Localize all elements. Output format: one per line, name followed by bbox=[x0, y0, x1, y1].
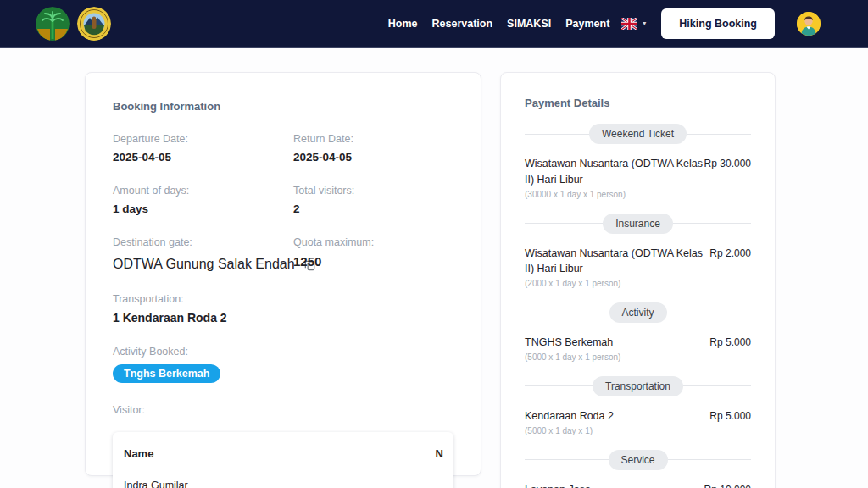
nav-link-home[interactable]: Home bbox=[388, 18, 418, 30]
nav-link-reservation[interactable]: Reservation bbox=[432, 18, 493, 30]
field-label: Total visitors: bbox=[293, 185, 453, 197]
section-divider: Transportation bbox=[525, 376, 751, 396]
item-name: Wisatawan Nusantara (ODTWA Kelas II) Har… bbox=[525, 156, 704, 188]
payment-line-item: Layanan Jasa (10000 x 1 day x 1 person) … bbox=[525, 482, 751, 488]
booking-information-card: Booking Information Departure Date: 2025… bbox=[85, 72, 481, 476]
field-label: Departure Date: bbox=[113, 133, 293, 145]
nav-link-simaksi[interactable]: SIMAKSI bbox=[507, 18, 551, 30]
item-price: Rp 5.000 bbox=[709, 408, 751, 435]
avatar-person-icon bbox=[797, 12, 821, 36]
section-divider: Activity bbox=[525, 302, 751, 323]
field-value: 2025-04-05 bbox=[293, 151, 453, 164]
item-price: Rp 30.000 bbox=[704, 156, 751, 199]
table-row: Indra Gumilar bbox=[113, 474, 453, 488]
user-avatar[interactable] bbox=[797, 12, 821, 36]
booking-title: Booking Information bbox=[113, 100, 453, 113]
field-total-visitors: Total visitors: 2 bbox=[293, 185, 453, 215]
navbar-menu: Home Reservation SIMAKSI Payment ▾ Hikin… bbox=[374, 8, 821, 39]
field-label: Destination gate: bbox=[113, 236, 293, 248]
visitor-section: Visitor: Name N Indra Gumilar bbox=[113, 404, 453, 488]
section-pill-service: Service bbox=[609, 450, 668, 470]
field-value: 1250 bbox=[293, 254, 453, 269]
section-pill-activity: Activity bbox=[609, 302, 667, 323]
field-label: Amount of days: bbox=[113, 185, 293, 197]
payment-line-item: Wisatawan Nusantara (ODTWA Kelas II) Har… bbox=[525, 156, 751, 199]
destination-gate-value: ODTWA Gunung Salak Endah bbox=[113, 257, 295, 272]
field-value: 1 days bbox=[113, 202, 293, 215]
item-detail: (5000 x 1 day x 1 person) bbox=[525, 352, 704, 362]
field-transportation: Transportation: 1 Kendaraan Roda 2 bbox=[113, 293, 453, 324]
visitor-label: Visitor: bbox=[113, 404, 453, 416]
item-name: Wisatawan Nusantara (ODTWA Kelas II) Har… bbox=[525, 246, 704, 278]
field-value: 1 Kendaraan Roda 2 bbox=[113, 311, 453, 324]
item-price: Rp 5.000 bbox=[709, 335, 751, 362]
item-detail: (30000 x 1 day x 1 person) bbox=[525, 190, 704, 199]
booking-fields: Departure Date: 2025-04-05 Return Date: … bbox=[113, 133, 453, 488]
nav-link-payment[interactable]: Payment bbox=[565, 18, 609, 30]
field-return-date: Return Date: 2025-04-05 bbox=[293, 133, 453, 164]
field-departure-date: Departure Date: 2025-04-05 bbox=[113, 133, 293, 164]
chevron-down-icon: ▾ bbox=[643, 19, 646, 27]
field-quota-maximum: Quota maximum: 1250 bbox=[293, 236, 453, 272]
language-selector[interactable]: ▾ bbox=[621, 18, 646, 30]
field-label: Activity Booked: bbox=[113, 346, 453, 358]
top-navbar: Home Reservation SIMAKSI Payment ▾ Hikin… bbox=[0, 0, 868, 48]
field-value: 2025-04-05 bbox=[113, 151, 293, 164]
item-name: TNGHS Berkemah bbox=[525, 335, 704, 351]
section-divider: Weekend Ticket bbox=[525, 124, 751, 144]
field-label: Transportation: bbox=[113, 293, 453, 305]
item-detail: (5000 x 1 day x 1) bbox=[525, 426, 704, 435]
field-activity-booked: Activity Booked: Tnghs Berkemah bbox=[113, 346, 453, 383]
column-header-clipped: N bbox=[436, 447, 443, 460]
page-content: Booking Information Departure Date: 2025… bbox=[0, 48, 868, 488]
national-park-badge-logo bbox=[77, 7, 111, 41]
payment-line-item: TNGHS Berkemah (5000 x 1 day x 1 person)… bbox=[525, 335, 751, 362]
item-price: Rp 2.000 bbox=[709, 246, 751, 289]
item-detail: (2000 x 1 day x 1 person) bbox=[525, 279, 704, 288]
visitor-table-header: Name N bbox=[113, 432, 453, 474]
section-divider: Service bbox=[525, 450, 751, 470]
item-name: Layanan Jasa bbox=[525, 482, 704, 488]
section-pill-insurance: Insurance bbox=[603, 214, 673, 234]
item-name: Kendaraan Roda 2 bbox=[525, 408, 704, 424]
section-pill-transportation: Transportation bbox=[593, 376, 683, 396]
item-price: Rp 10.000 bbox=[704, 482, 751, 488]
hiking-booking-button[interactable]: Hiking Booking bbox=[661, 8, 775, 39]
brand-logos bbox=[36, 7, 111, 41]
field-destination-gate: Destination gate: ODTWA Gunung Salak End… bbox=[113, 236, 293, 272]
field-label: Return Date: bbox=[293, 133, 453, 145]
activity-badge: Tnghs Berkemah bbox=[113, 364, 220, 383]
visitor-table-scroll[interactable]: Name N Indra Gumilar bbox=[113, 432, 453, 488]
ministry-forestry-logo bbox=[36, 7, 70, 41]
section-divider: Insurance bbox=[525, 214, 751, 234]
uk-flag-icon bbox=[621, 18, 637, 30]
section-pill-weekend-ticket: Weekend Ticket bbox=[589, 124, 687, 144]
payment-line-item: Kendaraan Roda 2 (5000 x 1 day x 1) Rp 5… bbox=[525, 408, 751, 435]
payment-title: Payment Details bbox=[525, 97, 751, 109]
field-amount-days: Amount of days: 1 days bbox=[113, 185, 293, 215]
field-label: Quota maximum: bbox=[293, 236, 453, 248]
payment-details-card: Payment Details Weekend Ticket Wisatawan… bbox=[500, 72, 776, 488]
column-header-name: Name bbox=[124, 447, 153, 460]
payment-line-item: Wisatawan Nusantara (ODTWA Kelas II) Har… bbox=[525, 246, 751, 289]
field-value: 2 bbox=[293, 202, 453, 215]
